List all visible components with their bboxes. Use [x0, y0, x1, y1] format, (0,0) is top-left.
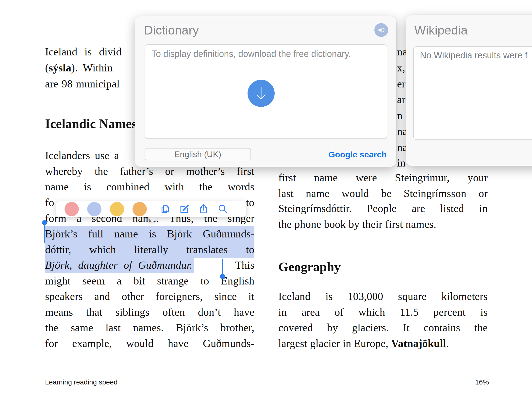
text-fragment: ar: [397, 92, 405, 108]
selection-end-handle[interactable]: [220, 274, 225, 279]
text-fragment: er: [397, 76, 405, 92]
text-line: means that siblings often don’t have: [45, 304, 254, 320]
text-line: covered by glaciers. It contains the: [278, 320, 488, 336]
selection-toolbar: [56, 201, 246, 217]
wikipedia-popup: Wikipedia No Wikipedia results were f: [406, 15, 532, 166]
text-line: Björk’s full name is Björk Guðmunds-: [45, 226, 254, 242]
highlight-swatch-orange[interactable]: [133, 202, 147, 216]
definition-area: To display definitions, download the fre…: [145, 44, 387, 139]
text-line: largest glacier in Europe, Vatnajökull.: [278, 336, 488, 351]
text-line: Steingrímsdóttir. People are listed in: [278, 201, 488, 216]
text-line: first name were Steingrímur, your: [278, 170, 488, 186]
highlight-swatch-pink[interactable]: [65, 202, 79, 216]
text-line: in area of which 11.5 percent is: [278, 304, 488, 320]
speaker-icon[interactable]: [374, 23, 388, 37]
text-fragment: in: [397, 155, 405, 171]
reading-speed-status: Learning reading speed: [45, 378, 117, 386]
text-line: the phone book by their first names.: [278, 216, 488, 232]
note-icon[interactable]: [179, 204, 190, 215]
download-dictionary-button[interactable]: [248, 80, 275, 107]
text-line: speakers and other foreigners, since it: [45, 289, 254, 304]
text-fragment: n: [397, 108, 402, 124]
wikipedia-result-area: No Wikipedia results were f: [413, 46, 532, 140]
text-line: dóttir, which literally translates to: [45, 242, 254, 258]
wikipedia-title: Wikipedia: [414, 23, 468, 37]
selection-end-stem[interactable]: [222, 259, 223, 274]
highlight-swatch-blue[interactable]: [87, 202, 101, 216]
search-icon[interactable]: [217, 204, 228, 215]
text-line: name is combined with the words: [45, 179, 254, 195]
dictionary-placeholder: To display definitions, download the fre…: [151, 49, 351, 59]
section-heading: Geography: [278, 259, 488, 275]
text-fragment: x,: [397, 60, 405, 76]
highlight-swatch-yellow[interactable]: [110, 202, 124, 216]
text-line: for example, would have Guðmunds-: [45, 336, 254, 351]
selection-start-handle[interactable]: [42, 220, 47, 225]
dictionary-language-button[interactable]: English (UK): [145, 148, 251, 160]
text-line: last name would be Steingrímsson or: [278, 186, 488, 201]
dictionary-title: Dictionary: [144, 23, 199, 37]
google-search-link[interactable]: Google search: [288, 149, 387, 160]
selection-start-stem[interactable]: [44, 225, 45, 243]
text-line: the same last names. Björk’s brother,: [45, 320, 254, 336]
wikipedia-no-results-message: No Wikipedia results were f: [420, 50, 527, 61]
book-progress-percent: 16%: [475, 378, 489, 386]
share-icon[interactable]: [198, 204, 209, 215]
copy-icon[interactable]: [160, 204, 170, 215]
highlight-color-swatches: [65, 202, 147, 216]
reader-screen: Iceland is divid(sýsla). Withinare 98 mu…: [0, 0, 532, 399]
dictionary-popup: Dictionary To display definitions, downl…: [135, 16, 396, 167]
text-line: Iceland is 103,000 square kilometers: [278, 289, 488, 304]
